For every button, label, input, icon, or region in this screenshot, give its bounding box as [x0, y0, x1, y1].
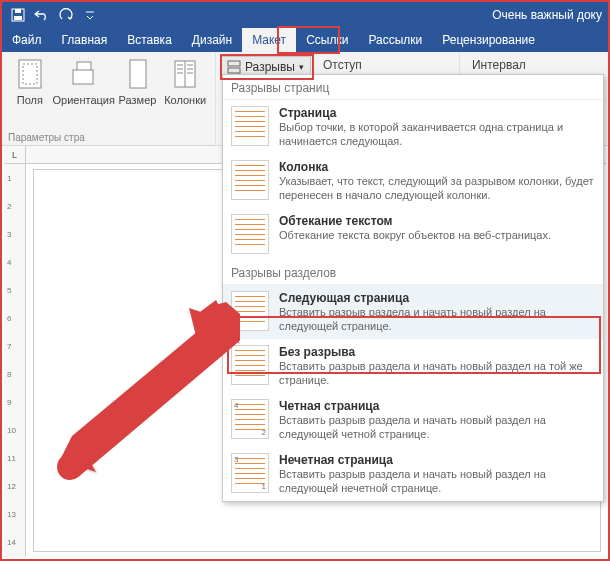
chevron-down-icon: [85, 8, 95, 22]
breaks-label: Разрывы: [245, 60, 295, 74]
orientation-button[interactable]: Ориентация: [54, 56, 114, 130]
breaks-dropdown: Разрывы страниц Страница Выбор точки, в …: [222, 74, 604, 502]
tab-mailings[interactable]: Рассылки: [358, 28, 432, 52]
next-page-break-icon: [231, 291, 269, 331]
break-even-page-title: Четная страница: [279, 399, 595, 413]
quick-access-toolbar: [2, 3, 102, 27]
ruler-vertical[interactable]: 1 2 3 4 5 6 7 8 9 10 11 12 13 14: [4, 164, 26, 557]
break-page-title: Страница: [279, 106, 595, 120]
break-page-desc: Выбор точки, в которой заканчивается одн…: [279, 120, 595, 148]
ribbon-group-page-setup: Поля Ориентация Размер Колонки Параметры…: [2, 52, 216, 145]
tab-home[interactable]: Главная: [52, 28, 118, 52]
page-break-icon: [231, 106, 269, 146]
qat-customize[interactable]: [78, 3, 102, 27]
break-continuous-item[interactable]: Без разрыва Вставить разрыв раздела и на…: [223, 339, 603, 393]
undo-button[interactable]: [30, 3, 54, 27]
column-break-icon: [231, 160, 269, 200]
break-column-desc: Указывает, что текст, следующий за разры…: [279, 174, 595, 202]
save-button[interactable]: [6, 3, 30, 27]
tab-references[interactable]: Ссылки: [296, 28, 358, 52]
page-setup-group-label: Параметры стра: [8, 130, 209, 143]
tab-layout[interactable]: Макет: [242, 28, 296, 52]
continuous-break-icon: [231, 345, 269, 385]
svg-rect-16: [228, 61, 240, 66]
margins-icon: [15, 58, 45, 92]
svg-rect-6: [73, 70, 93, 84]
tab-file[interactable]: Файл: [2, 28, 52, 52]
chevron-down-icon: ▾: [299, 62, 304, 72]
svg-rect-2: [14, 16, 22, 20]
columns-icon: [170, 58, 200, 92]
size-label: Размер: [119, 94, 157, 106]
break-textwrap-title: Обтекание текстом: [279, 214, 595, 228]
odd-page-break-icon: 13: [231, 453, 269, 493]
dropdown-section-section-breaks: Разрывы разделов: [223, 260, 603, 285]
break-column-item[interactable]: Колонка Указывает, что текст, следующий …: [223, 154, 603, 208]
break-even-page-item[interactable]: 24 Четная страница Вставить разрыв разде…: [223, 393, 603, 447]
svg-rect-17: [228, 68, 240, 73]
margins-button[interactable]: Поля: [8, 56, 52, 130]
break-textwrap-item[interactable]: Обтекание текстом Обтекание текста вокру…: [223, 208, 603, 260]
spacing-label: Интервал: [472, 58, 596, 72]
tab-insert[interactable]: Вставка: [117, 28, 182, 52]
margins-label: Поля: [17, 94, 43, 106]
tab-design[interactable]: Дизайн: [182, 28, 242, 52]
ruler-corner: L: [4, 146, 26, 164]
document-title: Очень важный доку: [492, 8, 608, 22]
title-bar: Очень важный доку: [2, 2, 608, 28]
break-next-page-desc: Вставить разрыв раздела и начать новый р…: [279, 305, 595, 333]
breaks-icon: [227, 60, 241, 74]
even-page-break-icon: 24: [231, 399, 269, 439]
break-column-title: Колонка: [279, 160, 595, 174]
orientation-icon: [69, 58, 99, 92]
columns-label: Колонки: [164, 94, 206, 106]
svg-rect-1: [15, 9, 21, 13]
break-even-page-desc: Вставить разрыв раздела и начать новый р…: [279, 413, 595, 441]
size-button[interactable]: Размер: [116, 56, 160, 130]
redo-button[interactable]: [54, 3, 78, 27]
break-next-page-title: Следующая страница: [279, 291, 595, 305]
break-page-item[interactable]: Страница Выбор точки, в которой заканчив…: [223, 100, 603, 154]
break-odd-page-desc: Вставить разрыв раздела и начать новый р…: [279, 467, 595, 495]
break-continuous-desc: Вставить разрыв раздела и начать новый р…: [279, 359, 595, 387]
indent-label: Отступ: [323, 58, 447, 72]
redo-icon: [59, 8, 73, 22]
textwrap-break-icon: [231, 214, 269, 254]
ribbon-tabs: Файл Главная Вставка Дизайн Макет Ссылки…: [2, 28, 608, 52]
break-odd-page-title: Нечетная страница: [279, 453, 595, 467]
undo-icon: [34, 8, 50, 22]
break-continuous-title: Без разрыва: [279, 345, 595, 359]
dropdown-section-page-breaks: Разрывы страниц: [223, 75, 603, 100]
size-icon: [123, 58, 153, 92]
break-next-page-item[interactable]: Следующая страница Вставить разрыв разде…: [223, 285, 603, 339]
orientation-label: Ориентация: [52, 94, 114, 106]
break-textwrap-desc: Обтекание текста вокруг объектов на веб-…: [279, 228, 595, 242]
columns-button[interactable]: Колонки: [161, 56, 209, 130]
save-icon: [11, 8, 25, 22]
svg-rect-7: [130, 60, 146, 88]
tab-review[interactable]: Рецензирование: [432, 28, 545, 52]
break-odd-page-item[interactable]: 13 Нечетная страница Вставить разрыв раз…: [223, 447, 603, 501]
